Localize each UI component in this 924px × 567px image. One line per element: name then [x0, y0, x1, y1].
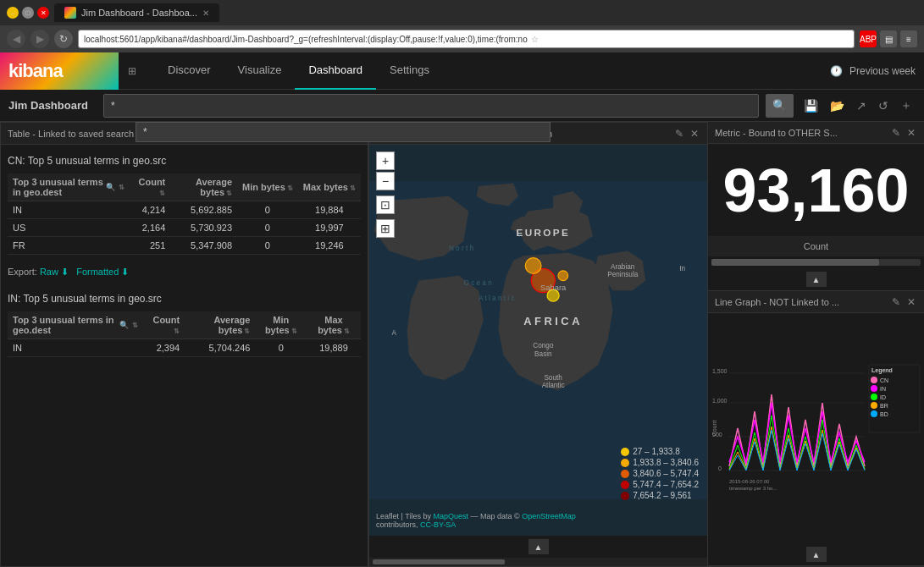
- ext-btn-2[interactable]: ≡: [900, 30, 917, 47]
- cn-row-1: US 2,164 5,730.923 0 19,997: [8, 219, 361, 237]
- svg-text:CN: CN: [880, 377, 888, 383]
- cn-min-0: 0: [237, 201, 298, 219]
- refresh-btn[interactable]: ↺: [875, 97, 892, 114]
- legend-item-2: 3,840.6 – 5,747.4: [621, 469, 699, 478]
- cc-by-sa-link[interactable]: CC-BY-SA: [420, 520, 456, 529]
- map-horizontal-scrollbar[interactable]: [369, 558, 707, 566]
- mapquest-link[interactable]: MapQuest: [433, 512, 468, 520]
- address-bar[interactable]: localhost:5601/app/kibana#/dashboard/Jim…: [78, 30, 855, 48]
- cn-dest-1: US: [8, 219, 130, 237]
- adblock-btn[interactable]: ABP: [860, 30, 877, 47]
- cn-min-2: 0: [237, 237, 298, 255]
- linegraph-close-btn[interactable]: ✕: [905, 296, 917, 308]
- svg-text:Basin: Basin: [534, 350, 552, 358]
- map-scrollbar-thumb: [373, 559, 505, 564]
- linegraph-area: 1,500 1,000 500 0 Count: [708, 313, 924, 543]
- nav-settings[interactable]: Settings: [376, 52, 443, 90]
- fit-bounds-btn[interactable]: ⊡: [376, 195, 395, 214]
- tab-favicon: [64, 7, 76, 19]
- dropdown-item[interactable]: *: [136, 123, 550, 141]
- fullscreen-btn[interactable]: ⊞: [376, 219, 395, 238]
- nav-discover[interactable]: Discover: [154, 52, 224, 90]
- minimize-btn[interactable]: –: [7, 7, 19, 19]
- export-raw-link[interactable]: Raw ⬇: [40, 267, 69, 277]
- nav-dashboard[interactable]: Dashboard: [295, 52, 376, 90]
- map-close-btn[interactable]: ✕: [689, 128, 700, 140]
- svg-text:Atlantic: Atlantic: [542, 382, 565, 389]
- in-count-0: 2,394: [143, 339, 185, 357]
- th-dest[interactable]: Top 3 unusual terms in geo.dest 🔍 ⇅: [8, 173, 130, 201]
- th-avg-bytes[interactable]: Average bytes⇅: [170, 173, 237, 201]
- cn-min-1: 0: [237, 219, 298, 237]
- metric-label-display: Count: [708, 236, 924, 256]
- window-controls[interactable]: – □ ✕: [7, 7, 49, 19]
- zoom-in-btn[interactable]: +: [376, 151, 395, 170]
- metric-number: 93,160: [722, 156, 909, 225]
- svg-point-40: [871, 410, 877, 417]
- map-scroll-up-btn[interactable]: ▲: [528, 539, 549, 554]
- tab-close-btn[interactable]: ✕: [202, 8, 209, 18]
- th-max-bytes[interactable]: Max bytes⇅: [298, 173, 361, 201]
- map-panel-controls: ✎ ✕: [673, 128, 700, 140]
- ext-btn-1[interactable]: ▤: [880, 30, 897, 47]
- search-button[interactable]: 🔍: [766, 94, 794, 118]
- browser-controls-bar: ◀ ▶ ↻ localhost:5601/app/kibana#/dashboa…: [0, 25, 924, 52]
- export-formatted-link[interactable]: Formatted ⬇: [76, 267, 129, 277]
- map-area[interactable]: EUROPE Sahara Arabian Peninsula AFRICA C…: [369, 145, 707, 536]
- th-min-bytes[interactable]: Min bytes⇅: [237, 173, 298, 201]
- th-count[interactable]: Count⇅: [130, 173, 170, 201]
- legend-dot-3: [621, 481, 629, 489]
- close-btn[interactable]: ✕: [37, 7, 49, 19]
- in-search-icon[interactable]: 🔍: [119, 321, 129, 329]
- nav-visualize[interactable]: Visualize: [224, 52, 296, 90]
- reload-btn[interactable]: ↻: [54, 30, 73, 48]
- search-input[interactable]: [103, 94, 759, 118]
- load-btn[interactable]: 📂: [827, 97, 848, 114]
- map-controls: + − ⊡ ⊞: [376, 151, 395, 238]
- svg-point-32: [871, 377, 877, 383]
- tab-title: Jim Dashboard - Dashboa...: [81, 8, 197, 18]
- search-icon-sm[interactable]: 🔍: [106, 183, 115, 191]
- in-th-min[interactable]: Min bytes⇅: [255, 311, 307, 339]
- metric-scrollbar[interactable]: [708, 256, 924, 268]
- legend-dot-0: [621, 448, 629, 456]
- apps-grid-icon[interactable]: ⊞: [119, 52, 146, 90]
- linegraph-nav-btn[interactable]: ▲: [806, 547, 827, 562]
- save-btn[interactable]: 💾: [800, 97, 822, 114]
- in-row-0: IN 2,394 5,704.246 0 19,889: [8, 339, 361, 357]
- back-btn[interactable]: ◀: [7, 30, 25, 48]
- metric-edit-btn[interactable]: ✎: [890, 127, 902, 139]
- share-btn[interactable]: ↗: [853, 97, 870, 114]
- in-th-max[interactable]: Max bytes⇅: [307, 311, 361, 339]
- map-nav-row: ▲: [369, 536, 707, 558]
- metric-close-btn[interactable]: ✕: [905, 127, 917, 139]
- legend-range-1: 1,933.8 – 3,840.6: [633, 458, 699, 467]
- in-th-dest[interactable]: Top 3 unusual terms in geo.dest 🔍 ⇅: [8, 311, 143, 339]
- previous-week-btn[interactable]: 🕐 Previous week: [830, 65, 924, 77]
- svg-point-34: [871, 385, 877, 392]
- maximize-btn[interactable]: □: [22, 7, 34, 19]
- zoom-out-btn[interactable]: −: [376, 172, 395, 190]
- openstreetmap-link[interactable]: OpenStreetMap: [522, 512, 576, 520]
- in-th-avg[interactable]: Average bytes⇅: [185, 311, 255, 339]
- browser-tab[interactable]: Jim Dashboard - Dashboa... ✕: [54, 3, 219, 22]
- in-th-count[interactable]: Count⇅: [143, 311, 185, 339]
- add-btn[interactable]: ＋: [897, 96, 916, 115]
- in-avg-0: 5,704.246: [185, 339, 255, 357]
- legend-item-0: 27 – 1,933.8: [621, 447, 699, 456]
- legend-item-1: 1,933.8 – 3,840.6: [621, 458, 699, 467]
- metric-nav-up-btn[interactable]: ▲: [806, 272, 827, 287]
- table-scroll-area[interactable]: CN: Top 5 unusual terms in geo.src Top 3…: [1, 145, 368, 566]
- forward-btn[interactable]: ▶: [30, 30, 49, 48]
- svg-text:AFRICA: AFRICA: [523, 315, 583, 328]
- cn-count-1: 2,164: [130, 219, 170, 237]
- svg-point-38: [871, 402, 877, 409]
- linegraph-edit-btn[interactable]: ✎: [890, 296, 902, 308]
- search-dropdown[interactable]: *: [136, 122, 551, 142]
- svg-text:Count: Count: [711, 421, 717, 437]
- svg-point-2: [525, 258, 541, 274]
- linegraph-panel-controls: ✎ ✕: [890, 296, 917, 308]
- star-icon[interactable]: ☆: [531, 35, 539, 44]
- map-edit-btn[interactable]: ✎: [673, 128, 685, 140]
- svg-point-36: [871, 394, 877, 400]
